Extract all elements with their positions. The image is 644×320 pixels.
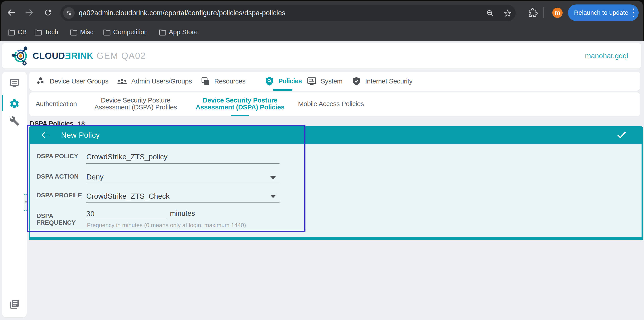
library-books-icon bbox=[9, 299, 20, 309]
sidebar-item-configure[interactable] bbox=[2, 98, 26, 109]
subtab-label: Assessment (DSPA) Profiles bbox=[94, 104, 177, 111]
folder-icon bbox=[34, 29, 42, 36]
gear-icon bbox=[9, 98, 20, 109]
tune-icon bbox=[66, 10, 72, 16]
tab-internet-security[interactable]: Internet Security bbox=[352, 72, 412, 91]
folder-icon bbox=[70, 29, 78, 36]
relaunch-to-update-button[interactable]: Relaunch to update bbox=[568, 5, 639, 21]
bookmark-folder-tech[interactable]: Tech bbox=[34, 24, 58, 40]
system-monitor-icon bbox=[307, 77, 317, 86]
main-nav: Device User Groups Admin Users/Groups Re… bbox=[29, 72, 640, 91]
tab-admin-users-groups[interactable]: Admin Users/Groups bbox=[117, 72, 192, 91]
tab-device-user-groups[interactable]: Device User Groups bbox=[36, 72, 108, 91]
toolbar-separator bbox=[544, 8, 544, 18]
browser-reload-button[interactable] bbox=[43, 8, 53, 18]
zoom-out-icon[interactable] bbox=[486, 9, 494, 18]
bookmark-star-icon[interactable] bbox=[503, 9, 512, 19]
url-text[interactable]: qa02admin.cloudbrink.com/eportal/configu… bbox=[79, 5, 286, 21]
app-page: CLOUDƎRINK GEM QA02 manohar.gdqi bbox=[0, 41, 644, 320]
sidebar-item-dashboard[interactable] bbox=[2, 78, 26, 88]
tab-system[interactable]: System bbox=[307, 72, 342, 91]
bookmark-label: Competition bbox=[113, 29, 148, 36]
tab-label: Admin Users/Groups bbox=[131, 77, 192, 85]
browser-back-button[interactable] bbox=[6, 8, 16, 18]
sub-nav: Authentication Device Security Posture A… bbox=[29, 92, 640, 116]
puzzle-icon bbox=[528, 8, 538, 18]
save-button[interactable] bbox=[618, 132, 626, 140]
shield-check-icon bbox=[352, 76, 361, 86]
reload-icon bbox=[44, 8, 52, 17]
tab-label: System bbox=[321, 77, 342, 85]
bookmark-label: App Store bbox=[169, 29, 198, 36]
environment-label: GEM QA02 bbox=[96, 43, 146, 69]
folder-icon bbox=[8, 29, 15, 36]
subtab-label: Authentication bbox=[36, 100, 77, 107]
active-tab-underline bbox=[273, 89, 292, 91]
sidebar-item-tools[interactable] bbox=[2, 116, 26, 126]
subtab-mobile-access-policies[interactable]: Mobile Access Policies bbox=[298, 92, 364, 116]
subtab-label: Device Security Posture bbox=[202, 97, 277, 104]
logged-in-user[interactable]: manohar.gdqi bbox=[585, 43, 628, 69]
tab-label: Policies bbox=[278, 77, 302, 85]
bubbles-icon bbox=[36, 77, 46, 86]
tab-resources[interactable]: Resources bbox=[201, 72, 246, 91]
monitor-list-icon bbox=[9, 78, 20, 88]
url-bar[interactable]: qa02admin.cloudbrink.com/eportal/configu… bbox=[60, 5, 516, 21]
grip-lines-icon bbox=[24, 200, 26, 205]
left-sidebar bbox=[2, 72, 26, 317]
bookmark-folder-cb[interactable]: CB bbox=[8, 24, 26, 40]
cloudbrink-logo-icon bbox=[12, 46, 30, 66]
groups-icon bbox=[117, 77, 127, 86]
subtab-label: Assessment (DSPA) Policies bbox=[196, 104, 285, 111]
policy-shield-icon bbox=[264, 76, 274, 86]
tab-policies[interactable]: Policies bbox=[264, 72, 302, 91]
active-subtab-underline bbox=[231, 115, 249, 116]
subtab-dspa-profiles[interactable]: Device Security Posture Assessment (DSPA… bbox=[96, 92, 175, 116]
check-icon bbox=[618, 132, 626, 139]
selection-highlight-rect bbox=[27, 125, 306, 232]
extensions-button[interactable] bbox=[528, 8, 538, 18]
bookmark-label: Tech bbox=[44, 29, 58, 36]
tab-label: Resources bbox=[214, 77, 246, 85]
bookmark-folder-misc[interactable]: Misc bbox=[70, 24, 94, 40]
app-header: CLOUDƎRINK GEM QA02 manohar.gdqi bbox=[2, 43, 641, 69]
forward-icon bbox=[24, 8, 34, 17]
wrench-icon bbox=[10, 116, 20, 126]
folder-icon bbox=[159, 29, 166, 36]
browser-menu-icon[interactable] bbox=[633, 6, 634, 19]
bookmark-label: CB bbox=[18, 29, 26, 36]
profile-avatar[interactable]: m bbox=[552, 8, 562, 18]
tab-label: Device User Groups bbox=[50, 77, 108, 85]
subtab-label: Device Security Posture bbox=[101, 97, 170, 104]
bookmarks-bar: CB Tech Misc Competition App Store bbox=[1, 24, 643, 40]
back-icon bbox=[6, 8, 16, 17]
folder-icon bbox=[103, 29, 111, 36]
browser-chrome: qa02admin.cloudbrink.com/eportal/configu… bbox=[0, 0, 644, 41]
subtab-authentication[interactable]: Authentication bbox=[36, 92, 77, 116]
subtab-dspa-policies[interactable]: Device Security Posture Assessment (DSPA… bbox=[198, 92, 282, 116]
tab-label: Internet Security bbox=[365, 77, 412, 85]
active-sidebar-indicator bbox=[2, 95, 3, 111]
site-settings-button[interactable] bbox=[63, 7, 75, 19]
browser-toolbar: qa02admin.cloudbrink.com/eportal/configu… bbox=[1, 1, 643, 41]
drawer-drag-handle[interactable] bbox=[24, 194, 27, 211]
cloudbrink-wordmark: CLOUDƎRINK bbox=[33, 43, 94, 69]
sidebar-item-logs[interactable] bbox=[2, 299, 26, 309]
bookmark-folder-app-store[interactable]: App Store bbox=[159, 24, 198, 40]
bookmark-folder-competition[interactable]: Competition bbox=[103, 24, 148, 40]
subtab-label: Mobile Access Policies bbox=[298, 100, 364, 107]
browser-forward-button[interactable] bbox=[24, 8, 34, 18]
stacked-squares-icon bbox=[201, 77, 210, 86]
relaunch-label: Relaunch to update bbox=[574, 9, 628, 16]
bookmark-label: Misc bbox=[80, 29, 94, 36]
